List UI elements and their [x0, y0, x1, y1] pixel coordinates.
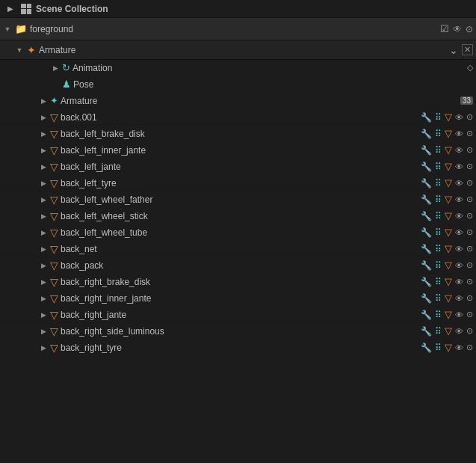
- brsl-expand-icon[interactable]: [39, 327, 48, 336]
- animation-expand-icon[interactable]: [51, 64, 60, 73]
- bn-expand-icon[interactable]: [39, 245, 48, 254]
- tree-item-animation[interactable]: ↻ Animation ◇: [0, 60, 476, 76]
- tree-item-back-left-jante[interactable]: ▽ back_left_jante 🔧 ⠿ ▽ 👁 ⊙: [0, 159, 476, 175]
- back001-cam-icon[interactable]: ⊙: [466, 112, 473, 122]
- armature-count-badge: 33: [460, 96, 473, 105]
- brij-eye-icon[interactable]: 👁: [455, 294, 463, 303]
- blwf-funnel-icon: ▽: [445, 194, 452, 205]
- blbd-cam-icon[interactable]: ⊙: [466, 129, 473, 138]
- tree-item-back-left-wheel-tube[interactable]: ▽ back_left_wheel_tube 🔧 ⠿ ▽ 👁 ⊙: [0, 224, 476, 241]
- foreground-cam-icon[interactable]: ⊙: [466, 24, 473, 34]
- armature-item-icon: ✦: [50, 95, 58, 106]
- blbd-eye-icon[interactable]: 👁: [455, 129, 463, 138]
- bn-wrench-icon: 🔧: [421, 244, 432, 254]
- blt-mesh-icon: ▽: [50, 177, 58, 189]
- blwf-eye-icon[interactable]: 👁: [455, 195, 463, 204]
- bp-cam-icon[interactable]: ⊙: [466, 260, 473, 270]
- blj-expand-icon[interactable]: [39, 162, 48, 171]
- blwt-eye-icon[interactable]: 👁: [455, 228, 463, 237]
- blij-eye-icon[interactable]: 👁: [455, 146, 463, 155]
- tree-item-back-right-jante[interactable]: ▽ back_right_jante 🔧 ⠿ ▽ 👁 ⊙: [0, 307, 476, 323]
- blt-cam-icon[interactable]: ⊙: [466, 178, 473, 188]
- brj-eye-icon[interactable]: 👁: [455, 310, 463, 319]
- blj-mesh-icon: ▽: [50, 161, 58, 173]
- blws-expand-icon[interactable]: [39, 212, 48, 221]
- foreground-row[interactable]: 📁 foreground ☑ 👁 ⊙: [0, 18, 476, 40]
- brt-expand-icon[interactable]: [39, 343, 48, 352]
- armature-item-expand-icon[interactable]: [39, 96, 48, 105]
- blwf-cam-icon[interactable]: ⊙: [466, 194, 473, 204]
- blwt-expand-icon[interactable]: [39, 228, 48, 237]
- armature-expand[interactable]: [15, 46, 24, 55]
- brbd-eye-icon[interactable]: 👁: [455, 278, 463, 286]
- blbd-wrench-icon: 🔧: [421, 129, 432, 139]
- back001-expand-icon[interactable]: [39, 113, 48, 122]
- tree-item-back-left-tyre[interactable]: ▽ back_left_tyre 🔧 ⠿ ▽ 👁 ⊙: [0, 175, 476, 191]
- blws-mesh-icon: ▽: [50, 210, 58, 222]
- back001-wrench-icon: 🔧: [421, 112, 432, 123]
- tree-item-back-left-brake-disk[interactable]: ▽ back_left_brake_disk 🔧 ⠿ ▽ 👁 ⊙: [0, 126, 476, 142]
- tree-item-back-net[interactable]: ▽ back_net 🔧 ⠿ ▽ 👁 ⊙: [0, 241, 476, 257]
- blwf-expand-icon[interactable]: [39, 195, 48, 204]
- tree-item-back-right-tyre[interactable]: ▽ back_right_tyre 🔧 ⠿ ▽ 👁 ⊙: [0, 340, 476, 356]
- brj-expand-icon[interactable]: [39, 310, 48, 319]
- armature-container-row[interactable]: ✦ Armature ⌄ ✕: [0, 40, 476, 60]
- brij-expand-icon[interactable]: [39, 294, 48, 303]
- blj-cam-icon[interactable]: ⊙: [466, 162, 473, 171]
- blws-eye-icon[interactable]: 👁: [455, 212, 463, 221]
- blij-mesh-icon: ▽: [50, 144, 58, 156]
- bn-dots-icon: ⠿: [435, 244, 442, 254]
- brt-eye-icon[interactable]: 👁: [455, 343, 463, 352]
- bn-mesh-icon: ▽: [50, 243, 58, 255]
- brsl-eye-icon[interactable]: 👁: [455, 327, 463, 336]
- brij-mesh-icon: ▽: [50, 292, 58, 304]
- foreground-eye-icon[interactable]: 👁: [453, 24, 462, 34]
- blbd-expand-icon[interactable]: [39, 129, 48, 138]
- brbd-expand-icon[interactable]: [39, 278, 48, 286]
- tree-item-armature[interactable]: ✦ Armature 33: [0, 93, 476, 109]
- pose-icon: ♟: [62, 79, 71, 90]
- blj-eye-icon[interactable]: 👁: [455, 162, 463, 171]
- armature-close-icon[interactable]: ✕: [462, 44, 473, 55]
- blws-cam-icon[interactable]: ⊙: [466, 211, 473, 221]
- foreground-check-icon[interactable]: ☑: [440, 23, 449, 34]
- blt-eye-icon[interactable]: 👁: [455, 179, 463, 188]
- brbd-label: back_right_brake_disk: [61, 277, 418, 287]
- brsl-cam-icon[interactable]: ⊙: [466, 326, 473, 336]
- blbd-funnel-icon: ▽: [445, 128, 452, 139]
- blwt-dots-icon: ⠿: [435, 227, 442, 238]
- brij-cam-icon[interactable]: ⊙: [466, 293, 473, 303]
- blbd-dots-icon: ⠿: [435, 129, 442, 139]
- tree-item-back001[interactable]: ▽ back.001 🔧 ⠿ ▽ 👁 ⊙: [0, 109, 476, 126]
- brsl-mesh-icon: ▽: [50, 325, 58, 337]
- bn-cam-icon[interactable]: ⊙: [466, 244, 473, 254]
- blij-expand-icon[interactable]: [39, 146, 48, 155]
- tree-item-back-right-brake-disk[interactable]: ▽ back_right_brake_disk 🔧 ⠿ ▽ 👁 ⊙: [0, 274, 476, 290]
- blj-label: back_left_jante: [61, 162, 418, 172]
- blwt-cam-icon[interactable]: ⊙: [466, 227, 473, 237]
- tree-item-back-left-wheel-father[interactable]: ▽ back_left_wheel_father 🔧 ⠿ ▽ 👁 ⊙: [0, 191, 476, 208]
- bp-label: back_pack: [61, 260, 418, 271]
- brt-cam-icon[interactable]: ⊙: [466, 343, 473, 352]
- blj-wrench-icon: 🔧: [421, 162, 432, 172]
- tree-item-back-right-side-luminous[interactable]: ▽ back_right_side_luminous 🔧 ⠿ ▽ 👁 ⊙: [0, 323, 476, 340]
- bp-mesh-icon: ▽: [50, 260, 58, 272]
- scene-collection-toggle-icon[interactable]: ▶: [4, 3, 16, 15]
- bn-eye-icon[interactable]: 👁: [455, 245, 463, 254]
- armature-chevron-icon[interactable]: ⌄: [449, 44, 458, 56]
- brj-cam-icon[interactable]: ⊙: [466, 310, 473, 319]
- tree-item-back-right-inner-jante[interactable]: ▽ back_right_inner_jante 🔧 ⠿ ▽ 👁 ⊙: [0, 290, 476, 307]
- foreground-expand[interactable]: [3, 25, 12, 34]
- bp-expand-icon[interactable]: [39, 261, 48, 270]
- bp-eye-icon[interactable]: 👁: [455, 261, 463, 270]
- blij-cam-icon[interactable]: ⊙: [466, 145, 473, 155]
- brt-mesh-icon: ▽: [50, 342, 58, 354]
- tree-item-back-pack[interactable]: ▽ back_pack 🔧 ⠿ ▽ 👁 ⊙: [0, 257, 476, 274]
- tree-item-pose[interactable]: ♟ Pose: [0, 76, 476, 93]
- brbd-cam-icon[interactable]: ⊙: [466, 277, 473, 286]
- back001-eye-icon[interactable]: 👁: [455, 113, 463, 122]
- blt-expand-icon[interactable]: [39, 179, 48, 188]
- tree-item-back-left-inner-jante[interactable]: ▽ back_left_inner_jante 🔧 ⠿ ▽ 👁 ⊙: [0, 142, 476, 159]
- tree-item-back-left-wheel-stick[interactable]: ▽ back_left_wheel_stick 🔧 ⠿ ▽ 👁 ⊙: [0, 208, 476, 224]
- scene-collection-icon: [21, 4, 31, 14]
